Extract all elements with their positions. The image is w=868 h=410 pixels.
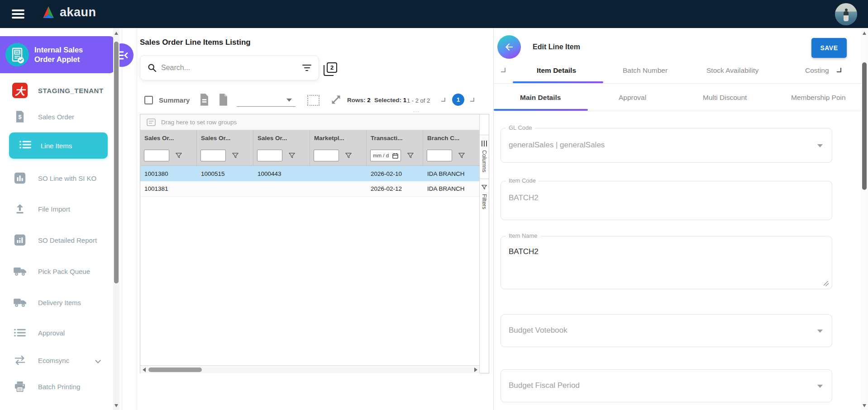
sidebar-scrollbar[interactable]: [113, 28, 119, 410]
row-group-dropzone[interactable]: Drag here to set row groups: [140, 114, 479, 130]
editor-scrollbar[interactable]: [861, 28, 868, 410]
date-filter-input[interactable]: mm / d: [370, 150, 401, 161]
chevron-down-icon: [817, 385, 823, 388]
funnel-icon[interactable]: [175, 152, 182, 159]
tenant-logo-icon: 大: [12, 83, 28, 98]
expand-icon[interactable]: [330, 94, 342, 108]
funnel-icon[interactable]: [232, 152, 239, 159]
tab-costing[interactable]: Costing: [805, 66, 835, 75]
back-button[interactable]: [497, 35, 521, 59]
horizontal-scrollbar-thumb[interactable]: [148, 368, 202, 372]
tab-stock-availability[interactable]: Stock Availability: [706, 66, 758, 75]
chevron-down-icon: [817, 144, 823, 147]
resize-handle[interactable]: [824, 281, 829, 286]
column-filter-input[interactable]: [427, 150, 452, 161]
sidebar-item-pick-pack-queue[interactable]: Pick Pack Queue: [0, 262, 113, 280]
cell: 1000515: [197, 166, 253, 181]
cell: [310, 181, 367, 196]
funnel-icon[interactable]: [458, 152, 465, 159]
column-header[interactable]: Marketpl...: [310, 130, 367, 146]
sidebar-item-file-import[interactable]: File Import: [0, 200, 113, 218]
save-button[interactable]: SAVE: [811, 38, 847, 58]
sidebar-item-so-line-with-si-ko[interactable]: SO Line with SI KO: [0, 169, 113, 187]
column-header[interactable]: Sales Or...: [197, 130, 253, 146]
document-dollar-icon: $: [12, 110, 28, 123]
subtab-multi-discount[interactable]: Multi Discount: [703, 94, 747, 102]
item-code-field[interactable]: Item Code BATCH2: [501, 181, 832, 220]
scroll-left-icon[interactable]: [143, 368, 146, 372]
budget-votebook-select[interactable]: Budget Votebook: [501, 314, 832, 347]
table-row[interactable]: 1001380 1000515 1000443 2026-02-10 IDA B…: [140, 166, 480, 181]
column-filter-input[interactable]: [314, 150, 339, 161]
scroll-up-icon[interactable]: [114, 32, 118, 35]
horizontal-scrollbar[interactable]: [140, 365, 480, 373]
column-filter-input[interactable]: [144, 150, 169, 161]
gl-code-select[interactable]: GL Code generalSales | generalSales: [501, 128, 832, 163]
sidebar-item-staging-tenant[interactable]: 大 STAGING_TENANT: [0, 81, 113, 99]
chevron-down-icon[interactable]: [95, 358, 101, 363]
scroll-up-icon[interactable]: [863, 32, 866, 35]
column-header[interactable]: Sales Or...: [253, 130, 310, 146]
sidebar-item-ecomsync[interactable]: Ecomsync: [0, 351, 113, 369]
editor-scrollbar-thumb[interactable]: [862, 62, 867, 190]
subtab-membership-points[interactable]: Membership Poin: [791, 94, 861, 102]
pagination-overflow: ...: [413, 107, 420, 113]
tabs-scroll-right-icon[interactable]: [837, 68, 841, 72]
funnel-icon[interactable]: [345, 152, 352, 159]
sidebar-item-batch-printing[interactable]: Batch Printing: [0, 377, 113, 396]
sidebar-item-label: Approval: [38, 329, 65, 337]
page-prev-icon[interactable]: [441, 98, 445, 102]
search-input[interactable]: [161, 64, 302, 72]
sidebar-item-label: STAGING_TENANT: [38, 87, 104, 94]
page-number-button[interactable]: 1: [452, 94, 464, 106]
scroll-right-icon[interactable]: [474, 368, 477, 372]
sidebar-item-line-items[interactable]: Line Items: [9, 132, 108, 159]
subtab-main-details[interactable]: Main Details: [520, 94, 561, 102]
sidebar-item-label: File Import: [38, 205, 70, 213]
column-header[interactable]: Branch C...: [423, 130, 480, 146]
cell: [310, 166, 367, 181]
table-row[interactable]: 1001381 2026-02-12 IDA BRANCH: [140, 181, 480, 197]
filter-list-icon[interactable]: [302, 65, 311, 71]
field-placeholder: Budget Fiscal Period: [509, 381, 580, 390]
subtab-approval[interactable]: Approval: [619, 94, 646, 102]
columns-icon: [482, 141, 487, 146]
funnel-icon[interactable]: [407, 152, 414, 159]
sidebar-item-so-detailed-report[interactable]: SO Detailed Report: [0, 231, 113, 249]
sidebar-item-label: Pick Pack Queue: [38, 268, 90, 275]
funnel-icon[interactable]: [288, 152, 296, 159]
hamburger-menu-icon[interactable]: [12, 9, 24, 19]
cell: 2026-02-10: [367, 166, 423, 181]
cell: 2026-02-12: [367, 181, 423, 196]
sidebar-item-approval[interactable]: Approval: [0, 324, 113, 342]
column-header[interactable]: Sales Or...: [140, 130, 197, 146]
column-header[interactable]: Transacti...: [367, 130, 423, 146]
field-value: BATCH2: [509, 193, 539, 203]
export-document-icon[interactable]: [199, 93, 210, 108]
item-name-textarea[interactable]: Item Name BATCH2: [501, 236, 832, 289]
rows-count: Rows: 2: [347, 97, 371, 104]
layers-count-icon[interactable]: 2: [324, 62, 338, 77]
column-filter-input[interactable]: [257, 150, 282, 161]
page-next-icon[interactable]: [470, 98, 474, 102]
group-by-select[interactable]: [237, 94, 296, 107]
budget-fiscal-period-select[interactable]: Budget Fiscal Period: [501, 369, 832, 402]
tab-columns[interactable]: Columns: [480, 135, 489, 179]
user-avatar[interactable]: [835, 3, 857, 25]
column-filter-input[interactable]: [200, 150, 226, 161]
dotted-grid-icon[interactable]: [307, 95, 320, 106]
scroll-down-icon[interactable]: [863, 404, 866, 407]
tab-batch-number[interactable]: Batch Number: [623, 66, 668, 75]
scroll-down-icon[interactable]: [114, 404, 118, 407]
brand-triangle-icon: [41, 6, 56, 19]
tab-filters[interactable]: Filters: [480, 179, 489, 216]
calendar-icon[interactable]: [392, 153, 398, 159]
sidebar-item-label: SO Detailed Report: [38, 236, 97, 244]
summary-checkbox[interactable]: [144, 96, 153, 104]
blank-document-icon[interactable]: [218, 93, 229, 108]
sidebar-item-sales-order[interactable]: $ Sales Order: [0, 108, 113, 126]
tabs-scroll-left-icon[interactable]: [501, 68, 506, 72]
tab-item-details[interactable]: Item Details: [537, 66, 576, 75]
sidebar-item-delivery-items[interactable]: Delivery Items: [0, 293, 113, 311]
sidebar-scrollbar-thumb[interactable]: [114, 42, 119, 283]
